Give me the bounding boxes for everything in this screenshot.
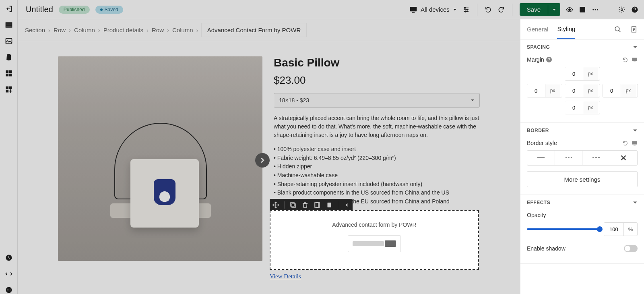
save-button[interactable]: Save <box>520 3 560 16</box>
next-image-button[interactable] <box>255 153 270 168</box>
image-icon[interactable] <box>5 37 13 45</box>
list-icon[interactable] <box>5 21 13 29</box>
svg-rect-28 <box>292 204 295 207</box>
gear-icon[interactable] <box>618 6 625 13</box>
loading-placeholder <box>348 235 401 252</box>
chat-icon[interactable] <box>5 286 13 294</box>
svg-rect-2 <box>6 26 12 27</box>
border-dotted-option[interactable] <box>555 151 583 165</box>
svg-rect-6 <box>6 74 8 77</box>
status-published: Published <box>59 6 90 14</box>
svg-rect-30 <box>315 203 318 207</box>
notes-icon[interactable] <box>630 26 638 33</box>
opacity-slider[interactable] <box>527 228 600 230</box>
apps-icon[interactable] <box>5 69 13 77</box>
product-description: A strategically placed accent can bring … <box>274 114 480 139</box>
svg-rect-0 <box>6 23 12 24</box>
tab-general[interactable]: General <box>527 20 548 38</box>
more-settings-button[interactable]: More settings <box>527 171 638 187</box>
undo-icon[interactable] <box>485 6 492 13</box>
svg-rect-37 <box>632 141 637 144</box>
search-icon[interactable] <box>614 26 621 33</box>
border-none-option[interactable] <box>610 151 638 165</box>
variant-select[interactable]: 18×18 - $23 <box>274 93 480 108</box>
svg-rect-16 <box>410 7 417 11</box>
topbar: Untitled Published Saved All devices Sav… <box>18 0 644 19</box>
breadcrumb: Section› Row› Column› Product details› R… <box>18 19 520 41</box>
paste-icon[interactable] <box>326 201 333 209</box>
border-style-label: Border style <box>527 140 557 146</box>
svg-point-26 <box>621 8 623 10</box>
svg-point-13 <box>7 290 8 290</box>
svg-point-19 <box>466 9 468 10</box>
publish-icon[interactable] <box>579 6 586 13</box>
svg-point-33 <box>615 27 619 31</box>
section-border-header[interactable]: BORDER <box>520 123 644 138</box>
breadcrumb-item-active[interactable]: Advanced Contact Form by POWR <box>202 23 307 37</box>
breadcrumb-item[interactable]: Row <box>54 27 66 33</box>
device-selector[interactable]: All devices <box>409 6 457 13</box>
breadcrumb-item[interactable]: Column <box>172 27 193 33</box>
breadcrumb-item[interactable]: Product details <box>103 27 143 33</box>
settings-sliders-icon[interactable] <box>462 6 470 13</box>
svg-point-21 <box>568 8 571 11</box>
section-effects-header[interactable]: EFFECTS <box>520 195 644 210</box>
shopify-icon[interactable] <box>5 53 13 61</box>
product-image <box>58 56 262 261</box>
border-solid-option[interactable] <box>527 151 555 165</box>
svg-rect-5 <box>9 70 12 73</box>
delete-icon[interactable] <box>301 201 309 209</box>
more-icon[interactable] <box>592 6 599 13</box>
help-icon[interactable]: ? <box>546 57 552 62</box>
help-icon[interactable] <box>631 6 638 13</box>
svg-point-25 <box>597 9 598 10</box>
border-dashed-option[interactable] <box>582 151 610 165</box>
opacity-input[interactable] <box>604 223 623 236</box>
desktop-icon[interactable] <box>632 140 638 146</box>
svg-rect-35 <box>632 58 637 61</box>
svg-rect-31 <box>316 203 320 207</box>
redo-icon[interactable] <box>497 6 505 13</box>
preview-icon[interactable] <box>566 6 573 13</box>
code-icon[interactable] <box>5 270 13 278</box>
svg-rect-32 <box>328 203 331 207</box>
svg-rect-1 <box>6 25 12 26</box>
svg-rect-22 <box>580 7 585 12</box>
reset-icon[interactable] <box>622 57 628 63</box>
breadcrumb-item[interactable]: Row <box>152 27 164 33</box>
breadcrumb-item[interactable]: Column <box>74 27 95 33</box>
margin-bottom-input[interactable] <box>565 101 583 114</box>
product-bullets: • 100% polyester case and insert • Fabri… <box>274 145 480 206</box>
svg-rect-10 <box>6 90 8 93</box>
selected-element[interactable]: Advanced contact form by POWR <box>270 210 479 270</box>
margin-all-input[interactable] <box>565 84 583 97</box>
breadcrumb-item[interactable]: Section <box>25 27 45 33</box>
svg-point-23 <box>592 9 594 10</box>
margin-right-input[interactable] <box>603 84 621 97</box>
svg-point-24 <box>595 9 596 10</box>
collapse-icon[interactable] <box>343 201 350 209</box>
history-icon[interactable] <box>5 254 13 262</box>
view-details-link[interactable]: View Details <box>270 273 301 280</box>
svg-rect-17 <box>412 12 415 12</box>
exit-icon[interactable] <box>5 5 13 13</box>
svg-rect-4 <box>6 70 8 73</box>
section-spacing-header[interactable]: SPACING <box>520 39 644 55</box>
svg-rect-9 <box>9 87 12 89</box>
selected-element-label: Advanced contact form by POWR <box>332 222 416 228</box>
shadow-toggle[interactable] <box>624 245 638 252</box>
duplicate-icon[interactable] <box>314 201 321 209</box>
shadow-label: Enable shadow <box>527 245 566 252</box>
tab-styling[interactable]: Styling <box>557 20 575 39</box>
move-icon[interactable] <box>272 201 279 209</box>
svg-point-20 <box>465 11 466 12</box>
margin-left-input[interactable] <box>527 84 545 97</box>
svg-rect-7 <box>9 74 12 77</box>
svg-point-18 <box>464 7 465 8</box>
svg-rect-38 <box>634 145 636 145</box>
margin-top-input[interactable] <box>565 67 583 80</box>
copy-icon[interactable] <box>289 201 297 209</box>
add-block-icon[interactable] <box>5 85 13 93</box>
desktop-icon[interactable] <box>632 57 638 63</box>
reset-icon[interactable] <box>622 140 628 146</box>
